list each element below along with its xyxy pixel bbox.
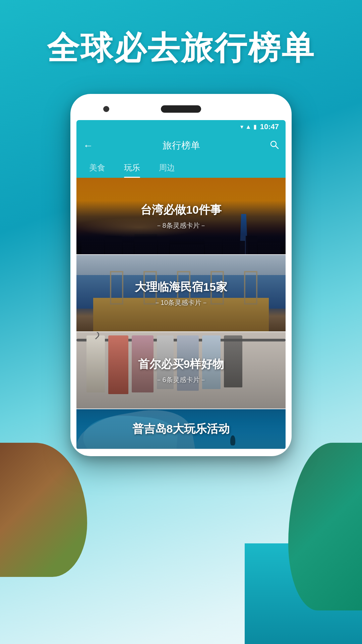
card-content-taiwan: 台湾必做10件事 －8条灵感卡片－ <box>76 178 286 254</box>
phone-camera <box>103 106 109 112</box>
card-phuket[interactable]: 普吉岛8大玩乐活动 <box>76 409 286 449</box>
app-toolbar: ← 旅行榜单 <box>76 133 286 158</box>
status-bar: ▾ ▲ ▮ 10:47 <box>76 120 286 133</box>
phone-speaker <box>161 105 201 113</box>
tab-nearby[interactable]: 周边 <box>149 158 184 178</box>
phone-top-bar <box>76 101 286 117</box>
card-content-seoul: 首尔必买9样好物 －6条灵感卡片－ <box>76 332 286 409</box>
card-seoul[interactable]: 首尔必买9样好物 －6条灵感卡片－ <box>76 332 286 409</box>
phone-outer: ▾ ▲ ▮ 10:47 ← 旅行榜单 <box>70 94 292 456</box>
wifi-icon: ▾ <box>240 123 243 130</box>
card-subtitle-dali: －10条灵感卡片－ <box>154 298 208 307</box>
back-button[interactable]: ← <box>83 140 93 151</box>
signal-icon: ▲ <box>245 123 251 130</box>
svg-line-1 <box>276 146 278 149</box>
tab-food[interactable]: 美食 <box>80 158 115 178</box>
card-title-dali: 大理临海民宿15家 <box>135 279 227 295</box>
card-subtitle-seoul: －6条灵感卡片－ <box>156 375 206 384</box>
card-title-seoul: 首尔必买9样好物 <box>138 357 224 372</box>
card-taiwan[interactable]: 台湾必做10件事 －8条灵感卡片－ <box>76 178 286 255</box>
hero-title: 全球必去旅行榜单 <box>0 27 362 70</box>
card-subtitle-taiwan: －8条灵感卡片－ <box>156 221 206 230</box>
search-button[interactable] <box>269 140 279 152</box>
phone-mockup: ▾ ▲ ▮ 10:47 ← 旅行榜单 <box>70 94 292 456</box>
status-icons: ▾ ▲ ▮ <box>240 123 257 130</box>
tab-entertainment[interactable]: 玩乐 <box>115 158 149 178</box>
card-title-phuket: 普吉岛8大玩乐活动 <box>132 421 230 437</box>
phone-screen: ▾ ▲ ▮ 10:47 ← 旅行榜单 <box>76 120 286 449</box>
card-content-phuket: 普吉岛8大玩乐活动 <box>76 409 286 449</box>
status-time: 10:47 <box>260 122 279 131</box>
battery-icon: ▮ <box>253 123 257 130</box>
content-list: 台湾必做10件事 －8条灵感卡片－ <box>76 178 286 449</box>
card-content-dali: 大理临海民宿15家 －10条灵感卡片－ <box>76 255 286 331</box>
tab-bar: 美食 玩乐 周边 <box>76 158 286 178</box>
toolbar-title: 旅行榜单 <box>163 139 200 152</box>
card-title-taiwan: 台湾必做10件事 <box>140 202 222 218</box>
card-dali[interactable]: 大理临海民宿15家 －10条灵感卡片－ <box>76 255 286 332</box>
